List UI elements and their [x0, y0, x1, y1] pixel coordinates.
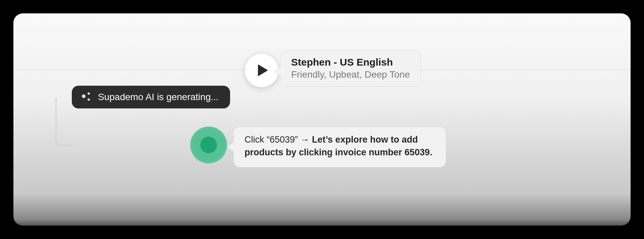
hotspot-inner-dot	[200, 137, 217, 153]
arrow-icon: →	[301, 135, 310, 145]
app-window: Stephen - US English Friendly, Upbeat, D…	[13, 13, 631, 226]
connector-line	[56, 97, 72, 146]
tooltip-pointer	[274, 67, 281, 76]
ai-generating-status: Supademo AI is generating...	[72, 86, 230, 108]
tooltip-pointer	[227, 142, 234, 152]
play-icon	[258, 64, 268, 76]
step-instruction-card[interactable]: Click “65039” → Let’s explore how to add…	[233, 127, 446, 167]
sparkle-icon	[82, 92, 91, 102]
voice-name: Stephen - US English	[291, 56, 410, 69]
play-voice-button[interactable]	[244, 53, 279, 88]
voice-card[interactable]: Stephen - US English Friendly, Upbeat, D…	[280, 50, 421, 87]
generating-label: Supademo AI is generating...	[98, 92, 219, 102]
hotspot-marker[interactable]	[190, 127, 227, 163]
step-prefix: Click “65039”	[245, 135, 298, 145]
voice-description: Friendly, Upbeat, Deep Tone	[291, 69, 410, 80]
